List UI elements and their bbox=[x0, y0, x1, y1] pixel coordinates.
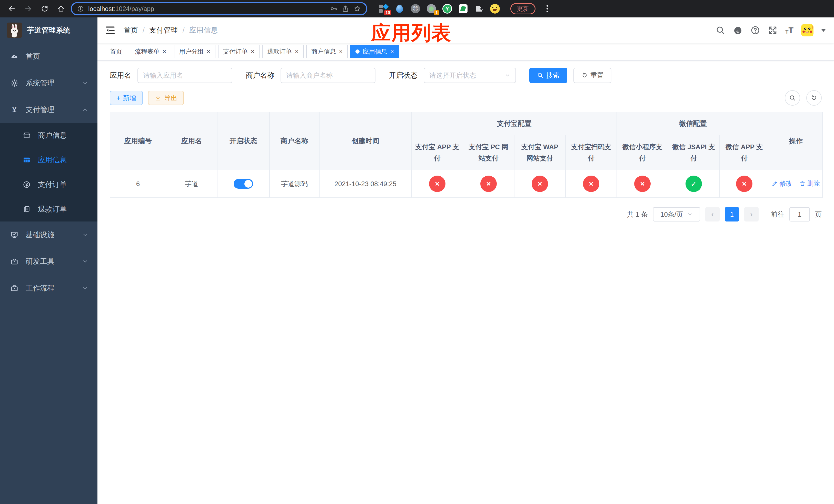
extension-command-icon[interactable]: ⌘ bbox=[410, 4, 421, 14]
cell-app-name: 芋道 bbox=[166, 170, 217, 198]
bookmark-star-icon[interactable] bbox=[353, 5, 361, 13]
tab-process-form[interactable]: 流程表单× bbox=[130, 45, 171, 58]
extension-y-icon[interactable]: Y bbox=[442, 4, 453, 14]
url-text[interactable]: localhost:1024/pay/app bbox=[88, 5, 326, 13]
monitor-icon bbox=[10, 231, 19, 239]
status-select[interactable]: 请选择开启状态 bbox=[424, 68, 516, 83]
browser-back-button[interactable] bbox=[5, 2, 19, 15]
browser-menu-button[interactable] bbox=[543, 4, 552, 13]
merchant-name-input[interactable] bbox=[281, 68, 375, 83]
sidebar-item-payment[interactable]: ¥ 支付管理 bbox=[0, 96, 97, 123]
tab-label: 退款订单 bbox=[267, 47, 292, 55]
alipay-app-status-icon: × bbox=[429, 176, 445, 192]
reset-button[interactable]: 重置 bbox=[573, 68, 611, 83]
tab-app-info[interactable]: 应用信息× bbox=[350, 45, 399, 58]
cell-actions: 修改 删除 bbox=[769, 170, 822, 198]
tab-close-icon[interactable]: × bbox=[162, 48, 166, 54]
extension-tag-icon[interactable] bbox=[458, 4, 468, 14]
help-icon[interactable] bbox=[750, 25, 760, 35]
tab-close-icon[interactable]: × bbox=[390, 48, 394, 54]
t-small: T bbox=[785, 29, 788, 35]
user-avatar[interactable] bbox=[801, 24, 813, 37]
tab-user-group[interactable]: 用户分组× bbox=[174, 45, 215, 58]
t-big: T bbox=[788, 26, 793, 35]
tab-refund-order[interactable]: 退款订单× bbox=[262, 45, 304, 58]
breadcrumb-home[interactable]: 首页 bbox=[124, 25, 138, 35]
add-button[interactable]: + 新增 bbox=[110, 91, 143, 105]
export-button[interactable]: 导出 bbox=[148, 91, 184, 105]
browser-home-button[interactable] bbox=[54, 2, 68, 15]
delete-link[interactable]: 删除 bbox=[799, 179, 820, 188]
sidebar-item-pay-order[interactable]: 支付订单 bbox=[0, 172, 97, 197]
balloon-shape bbox=[396, 5, 403, 13]
edit-link[interactable]: 修改 bbox=[772, 179, 792, 188]
sidebar-toggle-icon[interactable] bbox=[105, 25, 115, 36]
tab-label: 应用信息 bbox=[363, 47, 387, 55]
header-search-icon[interactable] bbox=[716, 25, 725, 35]
wechat-jsapi-status-icon: ✓ bbox=[685, 176, 702, 192]
address-bar[interactable]: localhost:1024/pay/app bbox=[71, 2, 367, 15]
sidebar-item-infrastructure[interactable]: 基础设施 bbox=[0, 222, 97, 248]
plus-icon: + bbox=[116, 94, 120, 102]
breadcrumb-current: 应用信息 bbox=[189, 25, 218, 35]
app-name-input[interactable] bbox=[137, 68, 232, 83]
total-count: 共 1 条 bbox=[627, 210, 648, 219]
page-size-select[interactable]: 10条/页 bbox=[653, 207, 700, 222]
edit-pencil-icon bbox=[772, 181, 778, 187]
merchant-name-label: 商户名称 bbox=[246, 70, 275, 80]
goto-page-input[interactable] bbox=[789, 207, 810, 222]
search-button[interactable]: 搜索 bbox=[529, 68, 567, 83]
sidebar-item-workflow[interactable]: 工作流程 bbox=[0, 275, 97, 301]
prev-page-button[interactable]: ‹ bbox=[705, 207, 720, 222]
fullscreen-icon[interactable] bbox=[768, 25, 777, 35]
tab-close-icon[interactable]: × bbox=[251, 48, 255, 54]
profile-emoji-icon[interactable] bbox=[490, 4, 500, 14]
chevron-down-icon bbox=[687, 211, 693, 217]
site-info-icon[interactable] bbox=[77, 5, 84, 12]
wechat-mini-status-icon: × bbox=[634, 176, 651, 192]
browser-extensions: 10 ⌘ 1 Y bbox=[378, 4, 500, 14]
row-enabled-toggle[interactable] bbox=[234, 179, 253, 189]
breadcrumb: 首页 / 支付管理 / 应用信息 bbox=[124, 25, 218, 35]
extensions-puzzle-icon[interactable] bbox=[474, 4, 484, 14]
font-size-icon[interactable]: TT bbox=[785, 26, 793, 35]
next-page-button[interactable]: › bbox=[744, 207, 759, 222]
sidebar-item-dev-tools[interactable]: 研发工具 bbox=[0, 248, 97, 275]
sidebar-item-label: 退款订单 bbox=[38, 204, 88, 214]
tab-close-icon[interactable]: × bbox=[339, 48, 343, 54]
top-navbar: 首页 / 支付管理 / 应用信息 应用列表 TT bbox=[97, 18, 834, 43]
back-arrow-icon bbox=[8, 5, 16, 13]
sidebar-item-merchant-info[interactable]: 商户信息 bbox=[0, 123, 97, 148]
browser-update-button[interactable]: 更新 bbox=[510, 3, 535, 14]
home-icon bbox=[57, 5, 65, 13]
github-icon[interactable] bbox=[733, 25, 743, 35]
tab-merchant-info[interactable]: 商户信息× bbox=[306, 45, 348, 58]
page-number-1[interactable]: 1 bbox=[725, 207, 739, 222]
share-icon[interactable] bbox=[342, 5, 349, 13]
tab-label: 商户信息 bbox=[311, 47, 336, 55]
toggle-search-button[interactable] bbox=[785, 90, 800, 106]
password-key-icon[interactable] bbox=[330, 5, 337, 13]
tab-home[interactable]: 首页 bbox=[105, 45, 127, 58]
refresh-table-button[interactable] bbox=[806, 90, 822, 106]
page-annotation: 应用列表 bbox=[371, 20, 452, 46]
sidebar-item-system[interactable]: 系统管理 bbox=[0, 70, 97, 96]
sidebar-logo[interactable]: 芋道管理系统 bbox=[0, 18, 97, 43]
tab-close-icon[interactable]: × bbox=[295, 48, 299, 54]
extension-grid-icon[interactable]: 10 bbox=[378, 4, 389, 14]
sidebar-item-home[interactable]: 首页 bbox=[0, 43, 97, 70]
avatar-dropdown-caret-icon[interactable] bbox=[821, 29, 826, 32]
pikachu-avatar-icon bbox=[801, 24, 813, 37]
sidebar-item-app-info[interactable]: 应用信息 bbox=[0, 148, 97, 172]
extension-balloon-icon[interactable] bbox=[394, 4, 405, 14]
sidebar-item-refund-order[interactable]: 退款订单 bbox=[0, 197, 97, 222]
extension-lens-icon[interactable]: 1 bbox=[426, 4, 437, 14]
sidebar-item-label: 应用信息 bbox=[38, 155, 88, 165]
breadcrumb-payment[interactable]: 支付管理 bbox=[149, 25, 178, 35]
browser-reload-button[interactable] bbox=[38, 2, 51, 15]
browser-forward-button[interactable] bbox=[22, 2, 35, 15]
cell-create-time: 2021-10-23 08:49:25 bbox=[319, 170, 412, 198]
tab-pay-order[interactable]: 支付订单× bbox=[218, 45, 260, 58]
page-content: 应用名 商户名称 开启状态 请选择开启状态 搜索 bbox=[97, 61, 834, 504]
tab-close-icon[interactable]: × bbox=[207, 48, 210, 54]
